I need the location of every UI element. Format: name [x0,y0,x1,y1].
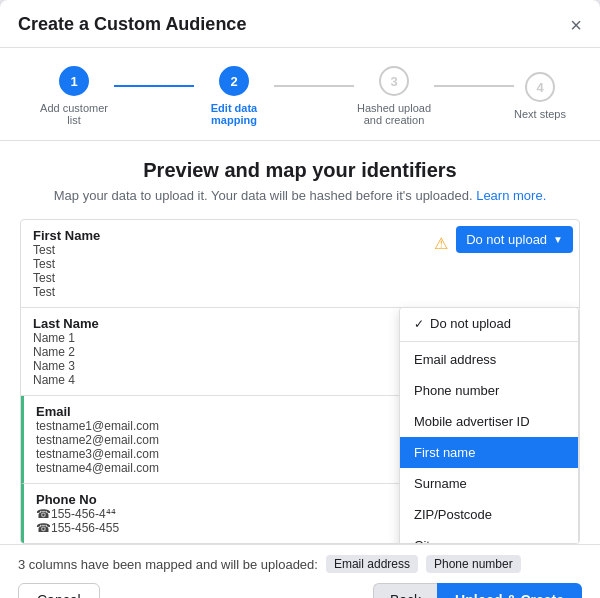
mapped-info: 3 columns have been mapped and will be u… [18,555,582,573]
step-3-label: Hashed upload and creation [354,102,434,126]
modal-footer: 3 columns have been mapped and will be u… [0,544,600,598]
cancel-button[interactable]: Cancel [18,583,100,598]
step-4-circle: 4 [525,72,555,102]
action-buttons: Back Upload & Create [373,583,582,598]
dropdown-label: Do not upload [466,232,547,247]
steps-container: 1 Add customer list 2 Edit data mapping … [0,48,600,141]
step-2-circle: 2 [219,66,249,96]
step-1: 1 Add customer list [34,66,114,126]
close-button[interactable]: × [570,15,582,35]
dropdown-item-phone[interactable]: Phone number [400,375,578,406]
step-2-label: Edit data mapping [194,102,274,126]
learn-more-link[interactable]: Learn more. [476,188,546,203]
dropdown-item-surname[interactable]: Surname [400,468,578,499]
connector-2-3 [274,85,354,87]
step-4-label: Next steps [514,108,566,120]
dropdown-divider-1 [400,341,578,342]
first-name-val-3: Test [33,271,422,285]
dropdown-menu: Do not upload Email address Phone number… [399,307,579,544]
dropdown-item-do-not-upload[interactable]: Do not upload [400,308,578,339]
warning-icon-first-name: ⚠ [434,226,456,261]
step-1-circle: 1 [59,66,89,96]
mapped-text: 3 columns have been mapped and will be u… [18,557,318,572]
dropdown-item-zip[interactable]: ZIP/Postcode [400,499,578,530]
first-name-val-1: Test [33,243,422,257]
first-name-val-2: Test [33,257,422,271]
back-button[interactable]: Back [373,583,437,598]
first-name-val-4: Test [33,285,422,299]
data-table: First Name Test Test Test Test ⚠ Do not … [20,219,580,544]
cell-first-name: First Name Test Test Test Test [21,220,434,307]
mapped-tag-email: Email address [326,555,418,573]
upload-create-button[interactable]: Upload & Create [437,583,582,598]
chevron-down-icon: ▼ [553,234,563,245]
step-2: 2 Edit data mapping [194,66,274,126]
modal-title: Create a Custom Audience [18,14,246,35]
modal-content: Preview and map your identifiers Map you… [0,141,600,544]
first-name-header: First Name [33,228,422,243]
connector-1-2 [114,85,194,87]
section-title: Preview and map your identifiers [20,159,580,182]
modal-header: Create a Custom Audience × [0,0,600,48]
dropdown-item-first-name[interactable]: First name [400,437,578,468]
dropdown-item-city[interactable]: City [400,530,578,544]
create-custom-audience-modal: Create a Custom Audience × 1 Add custome… [0,0,600,598]
dropdown-item-mobile-id[interactable]: Mobile advertiser ID [400,406,578,437]
dropdown-item-email[interactable]: Email address [400,344,578,375]
table-row-first-name: First Name Test Test Test Test ⚠ Do not … [21,220,579,308]
first-name-dropdown-container: Do not upload ▼ Do not upload Email addr… [456,220,579,307]
step-3-circle: 3 [379,66,409,96]
step-1-label: Add customer list [34,102,114,126]
do-not-upload-dropdown[interactable]: Do not upload ▼ [456,226,573,253]
step-3: 3 Hashed upload and creation [354,66,434,126]
step-4: 4 Next steps [514,72,566,120]
connector-3-4 [434,85,514,87]
footer-buttons: Cancel Back Upload & Create [18,583,582,598]
mapped-tag-phone: Phone number [426,555,521,573]
section-subtitle: Map your data to upload it. Your data wi… [20,188,580,203]
